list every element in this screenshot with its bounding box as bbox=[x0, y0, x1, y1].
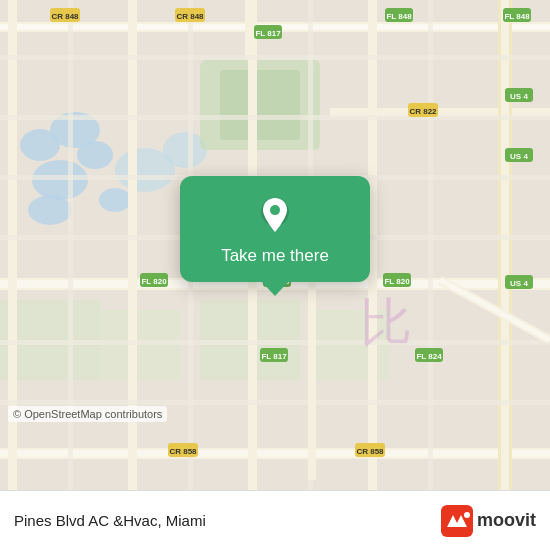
svg-text:CR 858: CR 858 bbox=[356, 447, 384, 456]
bottom-bar: Pines Blvd AC &Hvac, Miami moovit bbox=[0, 490, 550, 550]
svg-text:US 4: US 4 bbox=[510, 92, 528, 101]
svg-text:FL 817: FL 817 bbox=[255, 29, 281, 38]
svg-rect-41 bbox=[308, 280, 316, 480]
svg-text:CR 848: CR 848 bbox=[176, 12, 204, 21]
svg-rect-34 bbox=[0, 400, 550, 405]
location-pin-icon bbox=[253, 194, 297, 238]
moovit-text: moovit bbox=[477, 510, 536, 531]
svg-text:FL 817: FL 817 bbox=[261, 352, 287, 361]
svg-rect-30 bbox=[0, 115, 550, 120]
location-popup[interactable]: Take me there bbox=[180, 176, 370, 282]
svg-text:CR 858: CR 858 bbox=[169, 447, 197, 456]
svg-text:比: 比 bbox=[360, 294, 412, 351]
svg-text:US 4: US 4 bbox=[510, 152, 528, 161]
moovit-logo: moovit bbox=[441, 505, 536, 537]
svg-rect-29 bbox=[0, 55, 550, 60]
svg-point-5 bbox=[28, 195, 72, 225]
svg-text:CR 822: CR 822 bbox=[409, 107, 437, 116]
svg-text:CR 848: CR 848 bbox=[51, 12, 79, 21]
svg-rect-38 bbox=[428, 0, 433, 490]
svg-point-79 bbox=[464, 512, 470, 518]
svg-rect-77 bbox=[441, 505, 473, 537]
take-me-there-label: Take me there bbox=[221, 246, 329, 266]
svg-point-76 bbox=[270, 205, 280, 215]
location-name: Pines Blvd AC &Hvac, Miami bbox=[14, 512, 206, 529]
svg-text:FL 848: FL 848 bbox=[386, 12, 412, 21]
svg-rect-10 bbox=[220, 70, 300, 140]
map-copyright: © OpenStreetMap contributors bbox=[8, 406, 167, 422]
svg-text:FL 820: FL 820 bbox=[384, 277, 410, 286]
map-area[interactable]: 比 CR 848 CR 848 FL 848 FL 848 FL 817 US … bbox=[0, 0, 550, 490]
svg-text:FL 820: FL 820 bbox=[141, 277, 167, 286]
svg-rect-22 bbox=[0, 450, 550, 457]
svg-text:FL 824: FL 824 bbox=[416, 352, 442, 361]
svg-point-6 bbox=[99, 188, 131, 212]
svg-rect-28 bbox=[501, 0, 509, 490]
moovit-icon bbox=[441, 505, 473, 537]
svg-text:US 4: US 4 bbox=[510, 279, 528, 288]
svg-rect-33 bbox=[0, 340, 550, 345]
svg-text:FL 848: FL 848 bbox=[504, 12, 530, 21]
